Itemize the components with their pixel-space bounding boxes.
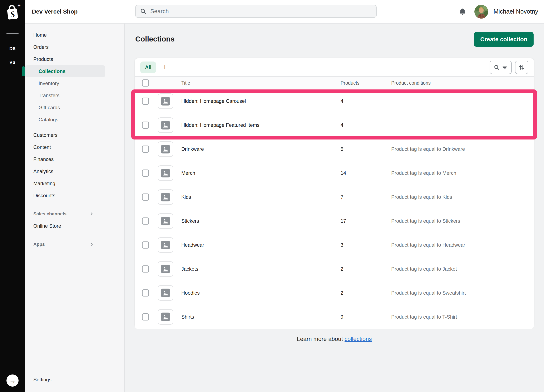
user-name: Michael Novotny	[494, 8, 538, 15]
search-and-filter-button[interactable]	[490, 61, 512, 74]
notifications-button[interactable]	[459, 8, 467, 16]
image-placeholder-icon	[161, 241, 170, 249]
column-header-product-conditions[interactable]: Product conditions	[391, 80, 431, 86]
tab-all[interactable]: All	[140, 61, 156, 73]
shop-name: Dev Vercel Shop	[32, 8, 77, 15]
add-view-button[interactable]: +	[159, 61, 171, 73]
table-row[interactable]: Hoodies 2 Product tag is equal to Sweats…	[135, 281, 534, 305]
row-checkbox[interactable]	[142, 313, 149, 321]
collection-title[interactable]: Kids	[181, 194, 191, 200]
select-all-checkbox[interactable]	[142, 79, 149, 87]
collection-title[interactable]: Jackets	[181, 266, 198, 272]
collections-help-link[interactable]: collections	[344, 336, 372, 342]
sidebar-item-settings[interactable]: Settings	[25, 374, 86, 386]
sidebar-item-customers[interactable]: Customers	[25, 129, 105, 141]
collection-thumbnail	[158, 285, 173, 301]
search-bar[interactable]	[135, 5, 377, 18]
collection-thumbnail	[158, 261, 173, 277]
products-count: 9	[341, 314, 343, 320]
sidebar-item-transfers[interactable]: Transfers	[25, 89, 105, 101]
collection-title[interactable]: Drinkware	[181, 146, 204, 152]
sidebar-item-collections[interactable]: Collections	[25, 65, 105, 77]
sidebar-item-inventory[interactable]: Inventory	[25, 77, 105, 89]
row-checkbox[interactable]	[142, 289, 149, 297]
user-menu[interactable]: Michael Novotny	[474, 5, 538, 18]
column-header-products[interactable]: Products	[341, 80, 360, 86]
row-checkbox[interactable]	[142, 122, 149, 129]
collection-thumbnail	[158, 165, 173, 181]
table-row[interactable]: Kids 7 Product tag is equal to Kids	[135, 185, 534, 209]
shopify-admin-page: S + DS VS → Dev Vercel Shop	[0, 0, 544, 392]
sidebar-item-discounts[interactable]: Discounts	[25, 190, 105, 202]
table-row[interactable]: Drinkware 5 Product tag is equal to Drin…	[135, 137, 534, 161]
row-checkbox[interactable]	[142, 218, 149, 225]
sidebar-item-marketing[interactable]: Marketing	[25, 178, 105, 190]
topbar-actions: Michael Novotny	[459, 5, 538, 18]
sidebar-section-sales-channels[interactable]: Sales channels	[25, 208, 105, 220]
table-row[interactable]: Jackets 2 Product tag is equal to Jacket	[135, 257, 534, 281]
sidebar-item-online-store[interactable]: Online Store	[25, 220, 105, 232]
collection-title[interactable]: Hoodies	[181, 290, 200, 296]
image-placeholder-icon	[161, 313, 170, 321]
table-row[interactable]: Headwear 3 Product tag is equal to Headw…	[135, 233, 534, 257]
sidebar-item-orders[interactable]: Orders	[25, 41, 105, 53]
sidebar-item-content[interactable]: Content	[25, 141, 105, 153]
table-row[interactable]: Hidden: Homepage Carousel 4	[135, 89, 534, 113]
products-count: 4	[341, 98, 343, 104]
avatar-photo	[474, 5, 488, 18]
shop-switcher-vs[interactable]: VS	[0, 60, 25, 65]
top-bar: Dev Vercel Shop	[25, 0, 544, 24]
rail-divider	[6, 33, 18, 34]
avatar	[474, 5, 488, 18]
image-placeholder-icon	[161, 145, 170, 154]
image-placeholder-icon	[161, 121, 170, 130]
shopify-bag-icon: S +	[4, 4, 21, 20]
image-placeholder-icon	[161, 193, 170, 202]
row-checkbox[interactable]	[142, 241, 149, 249]
search-icon	[140, 8, 147, 15]
sidebar-section-apps[interactable]: Apps	[25, 238, 105, 250]
sidebar-item-home[interactable]: Home	[25, 29, 105, 41]
collection-title[interactable]: Hidden: Homepage Carousel	[181, 98, 246, 104]
sidebar-item-products[interactable]: Products	[25, 53, 105, 65]
search-input[interactable]	[150, 8, 372, 15]
collection-title[interactable]: Hidden: Homepage Featured Items	[181, 122, 260, 128]
sidebar-item-catalogs[interactable]: Catalogs	[25, 114, 105, 126]
product-conditions: Product tag is equal to Kids	[391, 194, 452, 200]
row-checkbox[interactable]	[142, 98, 149, 105]
row-checkbox[interactable]	[142, 194, 149, 201]
column-header-title[interactable]: Title	[181, 80, 190, 86]
collection-title[interactable]: Headwear	[181, 242, 204, 248]
table-row[interactable]: Stickers 17 Product tag is equal to Stic…	[135, 209, 534, 233]
collection-title[interactable]: Shirts	[181, 314, 194, 320]
shopify-logo[interactable]: S +	[0, 0, 25, 24]
shop-switcher-ds[interactable]: DS	[0, 46, 25, 51]
row-checkbox[interactable]	[142, 265, 149, 273]
products-count: 2	[341, 290, 343, 296]
table-header: Title Products Product conditions	[135, 77, 534, 89]
products-count: 3	[341, 242, 343, 248]
collection-title[interactable]: Stickers	[181, 218, 199, 224]
sidebar-item-analytics[interactable]: Analytics	[25, 165, 105, 178]
sidebar-item-finances[interactable]: Finances	[25, 153, 105, 165]
image-placeholder-icon	[161, 217, 170, 226]
expand-rail-button[interactable]: →	[6, 374, 18, 386]
table-row[interactable]: Hidden: Homepage Featured Items 4	[135, 113, 534, 137]
footer-text: Learn more about	[297, 336, 343, 342]
search-icon	[494, 64, 500, 71]
create-collection-button[interactable]: Create collection	[474, 32, 534, 47]
index-filters-row: All +	[135, 58, 534, 77]
product-conditions: Product tag is equal to Sweatshirt	[391, 290, 466, 296]
collection-thumbnail	[158, 237, 173, 253]
collection-title[interactable]: Merch	[181, 170, 195, 176]
row-checkbox[interactable]	[142, 170, 149, 177]
filter-icon	[502, 65, 508, 70]
products-count: 17	[341, 218, 346, 224]
sort-button[interactable]	[515, 61, 528, 74]
row-checkbox[interactable]	[142, 146, 149, 153]
table-row[interactable]: Shirts 9 Product tag is equal to T-Shirt	[135, 305, 534, 329]
sidebar-item-gift-cards[interactable]: Gift cards	[25, 101, 105, 114]
collection-thumbnail	[158, 117, 173, 133]
table-row[interactable]: Merch 14 Product tag is equal to Merch	[135, 161, 534, 185]
svg-text:S: S	[10, 9, 15, 19]
